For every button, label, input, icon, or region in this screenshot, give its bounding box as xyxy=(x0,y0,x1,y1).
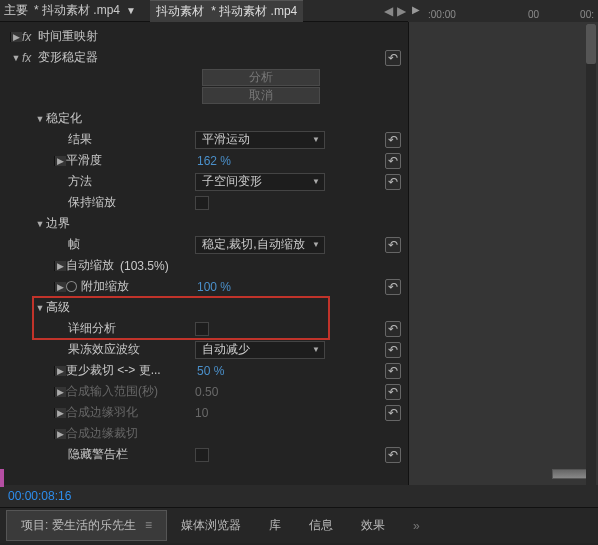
prop-additional-scale: 附加缩放 100 % ↶ xyxy=(0,276,408,297)
prop-result: 结果 平滑运动 ↶ xyxy=(0,129,408,150)
tick-label: :00:00 xyxy=(428,9,456,20)
tab-info[interactable]: 信息 xyxy=(295,511,347,540)
prop-label: 附加缩放 xyxy=(81,278,129,295)
nav-prev-icon[interactable]: ◀ xyxy=(384,4,393,18)
tab-effects[interactable]: 效果 xyxy=(347,511,399,540)
scrollbar-thumb[interactable] xyxy=(586,24,596,64)
prop-label: 方法 xyxy=(68,173,92,190)
effect-label: 时间重映射 xyxy=(38,28,98,45)
scrollbar[interactable] xyxy=(586,24,596,485)
reset-icon[interactable]: ↶ xyxy=(385,279,401,295)
prop-synth-input: 合成输入范围(秒) 0.50 ↶ xyxy=(0,381,408,402)
result-dropdown[interactable]: 平滑运动 xyxy=(195,131,325,149)
detailed-analysis-checkbox[interactable] xyxy=(195,322,209,336)
accent-marker xyxy=(0,469,4,487)
reset-icon[interactable]: ↶ xyxy=(385,50,401,66)
effects-panel: fx 时间重映射 fx 变形稳定器 ↶ 分析 取消 稳定化 结果 平滑运动 ↶ xyxy=(0,22,408,485)
prop-label: 更少裁切 <-> 更... xyxy=(66,362,161,379)
prop-less-more-crop: 更少裁切 <-> 更... 50 % ↶ xyxy=(0,360,408,381)
chevron-right-icon[interactable] xyxy=(54,408,66,418)
effect-time-remap[interactable]: fx 时间重映射 xyxy=(0,26,408,47)
tab-more-icon[interactable]: » xyxy=(399,513,434,539)
keyframe-icon[interactable] xyxy=(64,279,80,295)
file1-label[interactable]: * 抖动素材 .mp4 xyxy=(34,2,120,19)
analyze-button[interactable]: 分析 xyxy=(202,69,320,86)
prop-smoothness: 平滑度 162 % ↶ xyxy=(0,150,408,171)
method-dropdown[interactable]: 子空间变形 xyxy=(195,173,325,191)
framing-dropdown[interactable]: 稳定,裁切,自动缩放 xyxy=(195,236,325,254)
reset-icon[interactable]: ↶ xyxy=(385,363,401,379)
smoothness-value[interactable]: 162 % xyxy=(195,154,231,168)
fx-icon: fx xyxy=(22,51,38,65)
prop-label: 果冻效应波纹 xyxy=(68,341,140,358)
reset-icon[interactable]: ↶ xyxy=(385,447,401,463)
group-label: 高级 xyxy=(46,299,70,316)
reset-icon[interactable]: ↶ xyxy=(385,342,401,358)
panel-menu-icon[interactable]: ≡ xyxy=(145,518,152,532)
reset-icon[interactable]: ↶ xyxy=(385,321,401,337)
fx-icon: fx xyxy=(22,30,38,44)
tick-label: 00: xyxy=(580,9,594,20)
less-more-value[interactable]: 50 % xyxy=(195,364,224,378)
chevron-down-icon[interactable] xyxy=(34,303,46,313)
chevron-right-icon[interactable] xyxy=(54,282,66,292)
dropdown-arrow-icon[interactable]: ▼ xyxy=(126,5,136,16)
group-advanced[interactable]: 高级 xyxy=(0,297,408,318)
nav-next-icon[interactable]: ▶ xyxy=(397,4,406,18)
timecode-value[interactable]: 00:00:08:16 xyxy=(8,489,71,503)
group-label: 边界 xyxy=(46,215,70,232)
prop-label: 自动缩放 xyxy=(66,257,114,274)
prop-hide-warning: 隐藏警告栏 ↶ xyxy=(0,444,408,465)
cancel-button[interactable]: 取消 xyxy=(202,87,320,104)
breadcrumb-bar: 主要 * 抖动素材 .mp4 ▼ 抖动素材 * 抖动素材 .mp4 ◀ ▶ ▶ … xyxy=(0,0,598,22)
tab-project[interactable]: 项目: 爱生活的乐先生 ≡ xyxy=(6,510,167,541)
chevron-right-icon[interactable] xyxy=(54,387,66,397)
chevron-right-icon[interactable] xyxy=(54,366,66,376)
prop-label: 合成边缘羽化 xyxy=(66,404,138,421)
autoscale-pct: (103.5%) xyxy=(120,259,169,273)
prop-label: 结果 xyxy=(68,131,92,148)
prop-synth-edge: 合成边缘羽化 10 ↶ xyxy=(0,402,408,423)
prop-preserve-scale: 保持缩放 xyxy=(0,192,408,213)
prop-label: 平滑度 xyxy=(66,152,102,169)
tab-media-browser[interactable]: 媒体浏览器 xyxy=(167,511,255,540)
tick-label: 00 xyxy=(528,9,539,20)
play-icon[interactable]: ▶ xyxy=(412,4,420,15)
reset-icon[interactable]: ↶ xyxy=(385,174,401,190)
effect-label: 变形稳定器 xyxy=(38,49,98,66)
reset-icon[interactable]: ↶ xyxy=(385,405,401,421)
additional-scale-value[interactable]: 100 % xyxy=(195,280,231,294)
main-label[interactable]: 主要 xyxy=(4,2,28,19)
timeline-ruler[interactable]: ▶ :00:00 00 00: xyxy=(408,0,598,22)
rolling-shutter-dropdown[interactable]: 自动减少 xyxy=(195,341,325,359)
group-borders[interactable]: 边界 xyxy=(0,213,408,234)
group-stabilization[interactable]: 稳定化 xyxy=(0,108,408,129)
reset-icon[interactable]: ↶ xyxy=(385,132,401,148)
chevron-right-icon[interactable] xyxy=(10,32,22,42)
prop-method: 方法 子空间变形 ↶ xyxy=(0,171,408,192)
prop-label: 帧 xyxy=(68,236,80,253)
preserve-scale-checkbox[interactable] xyxy=(195,196,209,210)
reset-icon[interactable]: ↶ xyxy=(385,384,401,400)
chevron-right-icon[interactable] xyxy=(54,156,66,166)
bottom-tabs: 项目: 爱生活的乐先生 ≡ 媒体浏览器 库 信息 效果 » xyxy=(0,507,598,543)
chevron-right-icon[interactable] xyxy=(54,429,66,439)
prop-label: 合成输入范围(秒) xyxy=(66,383,158,400)
chevron-right-icon[interactable] xyxy=(54,261,66,271)
reset-icon[interactable]: ↶ xyxy=(385,237,401,253)
chevron-down-icon[interactable] xyxy=(34,114,46,124)
chevron-down-icon[interactable] xyxy=(10,53,22,63)
hide-warning-checkbox[interactable] xyxy=(195,448,209,462)
effect-warp-stabilizer[interactable]: fx 变形稳定器 ↶ xyxy=(0,47,408,68)
prop-autoscale[interactable]: 自动缩放 (103.5%) xyxy=(0,255,408,276)
breadcrumb-tab[interactable]: 抖动素材 * 抖动素材 .mp4 xyxy=(150,0,303,22)
prop-label: 合成边缘裁切 xyxy=(66,425,138,442)
prop-rolling-shutter: 果冻效应波纹 自动减少 ↶ xyxy=(0,339,408,360)
prop-synth-edge-crop: 合成边缘裁切 xyxy=(0,423,408,444)
prop-label: 详细分析 xyxy=(68,320,116,337)
tab-library[interactable]: 库 xyxy=(255,511,295,540)
prop-label: 保持缩放 xyxy=(68,194,116,211)
group-label: 稳定化 xyxy=(46,110,82,127)
chevron-down-icon[interactable] xyxy=(34,219,46,229)
reset-icon[interactable]: ↶ xyxy=(385,153,401,169)
